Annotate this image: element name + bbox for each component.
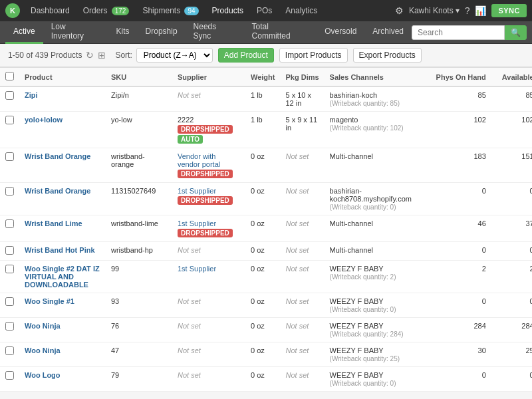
cell-supplier: Not set <box>172 367 245 392</box>
tab-dropship[interactable]: Dropship <box>138 21 186 44</box>
cell-phys: 0 <box>431 293 497 318</box>
not-set: Not set <box>178 297 201 305</box>
cell-pkgdims: Not set <box>280 293 324 318</box>
cell-phys: 0 <box>431 367 497 392</box>
not-set: Not set <box>178 91 201 99</box>
nav-shipments[interactable]: Shipments 94 <box>137 3 203 18</box>
analytics-icon[interactable]: 📊 <box>475 5 486 16</box>
cell-channels: WEEZY F BABY(Writeback quantity: 284) <box>325 318 431 342</box>
cell-available: 0 <box>497 242 532 261</box>
cell-product: Zipi <box>19 86 106 112</box>
row-checkbox[interactable] <box>5 246 14 255</box>
cell-available: 85 <box>497 86 532 112</box>
cell-sku: Zipi/n <box>106 86 172 112</box>
cell-pkgdims: Not set <box>280 318 324 342</box>
product-name-link[interactable]: Woo Logo <box>25 371 61 379</box>
row-checkbox[interactable] <box>5 187 14 196</box>
nav-products[interactable]: Products <box>207 3 249 18</box>
sort-label: Sort: <box>115 51 132 60</box>
header-sku: SKU <box>106 68 172 87</box>
cell-supplier: Not set <box>172 342 245 367</box>
cell-product: Woo Ninja <box>19 342 106 367</box>
not-set: Not set <box>285 219 309 227</box>
row-checkbox[interactable] <box>5 91 14 100</box>
writeback-text: (Writeback quantity: 102) <box>330 124 426 132</box>
cell-sku: wristband-hp <box>106 242 172 261</box>
cell-sku: 93 <box>106 293 172 318</box>
nav-dashboard[interactable]: Dashboard <box>25 3 75 18</box>
tab-active[interactable]: Active <box>5 21 43 44</box>
channel-name: magento <box>330 116 358 124</box>
nav-right: ⚙ Kawhi Knots ▾ ? 📊 SYNC <box>395 4 527 17</box>
select-all-header[interactable] <box>0 68 19 87</box>
nav-analytics[interactable]: Analytics <box>280 3 323 18</box>
product-name-link[interactable]: Wrist Band Orange <box>25 152 90 160</box>
cell-weight: 1 lb <box>245 112 280 148</box>
add-product-button[interactable]: Add Product <box>218 48 274 63</box>
row-checkbox[interactable] <box>5 152 14 161</box>
columns-icon[interactable]: ⊞ <box>98 50 106 61</box>
row-checkbox[interactable] <box>5 346 14 355</box>
not-set: Not set <box>285 246 309 254</box>
sync-button[interactable]: SYNC <box>491 4 527 17</box>
product-badge: AUTO <box>178 135 203 144</box>
cell-product: Wrist Band Orange <box>19 148 106 183</box>
header-weight: Weight <box>245 68 280 87</box>
cell-weight: 1 lb <box>245 86 280 112</box>
export-products-button[interactable]: Export Products <box>353 48 422 63</box>
row-checkbox[interactable] <box>5 371 14 380</box>
import-products-button[interactable]: Import Products <box>279 48 348 63</box>
nav-orders[interactable]: Orders 172 <box>78 3 135 18</box>
not-set: Not set <box>285 265 309 273</box>
row-checkbox[interactable] <box>5 297 14 306</box>
row-checkbox[interactable] <box>5 116 14 124</box>
cell-supplier: Not set <box>172 318 245 342</box>
product-name-link[interactable]: Wrist Band Lime <box>25 219 82 227</box>
row-checkbox[interactable] <box>5 322 14 331</box>
help-icon[interactable]: ? <box>465 5 470 16</box>
cell-channels: WEEZY F BABY(Writeback quantity: 0) <box>325 367 431 392</box>
table-row: Woo Ninja76Not set0 ozNot setWEEZY F BAB… <box>0 318 532 342</box>
product-name-link[interactable]: Wrist Band Orange <box>25 187 90 195</box>
cell-available: 0 <box>497 183 532 215</box>
product-name-link[interactable]: yolo+lolow <box>25 116 63 124</box>
table-header: Product SKU Supplier Weight Pkg Dims Sal… <box>0 68 532 87</box>
writeback-text: (Writeback quantity: 0) <box>330 380 426 387</box>
not-set: Not set <box>285 371 309 379</box>
settings-icon[interactable]: ⚙ <box>395 5 404 16</box>
row-checkbox[interactable] <box>5 265 14 273</box>
table-row: Woo Ninja47Not set0 ozNot setWEEZY F BAB… <box>0 342 532 367</box>
product-name-link[interactable]: Woo Single #1 <box>25 297 74 305</box>
cell-supplier: 2222DROPSHIPPEDAUTO <box>172 112 245 148</box>
cell-product: Woo Single #2 DAT IZ VIRTUAL AND DOWNLOA… <box>19 261 106 293</box>
cell-sku: yo-low <box>106 112 172 148</box>
product-name-link[interactable]: Woo Ninja <box>25 346 61 354</box>
search-input[interactable] <box>412 25 505 40</box>
not-set: Not set <box>178 371 201 379</box>
writeback-text: (Writeback quantity: 85) <box>330 100 426 107</box>
channel-name: Multi-channel <box>330 219 373 227</box>
product-name-link[interactable]: Wrist Band Hot Pink <box>25 246 95 254</box>
user-menu[interactable]: Kawhi Knots ▾ <box>409 6 460 15</box>
tab-archived[interactable]: Archived <box>364 21 412 44</box>
product-badge: DROPSHIPPED <box>178 229 233 237</box>
product-name-link[interactable]: Woo Single #2 DAT IZ VIRTUAL AND DOWNLOA… <box>25 265 100 289</box>
nav-pos[interactable]: POs <box>251 3 277 18</box>
row-checkbox[interactable] <box>5 219 14 228</box>
tab-total-committed[interactable]: Total Committed <box>244 21 317 44</box>
tab-low-inventory[interactable]: Low Inventory <box>43 21 108 44</box>
cell-available: 2 <box>497 261 532 293</box>
select-all-checkbox[interactable] <box>5 72 14 80</box>
product-name-link[interactable]: Zipi <box>25 91 38 99</box>
sort-select[interactable]: Product (Z→A) <box>136 48 213 63</box>
channel-name: WEEZY F BABY <box>330 346 384 354</box>
cell-phys: 30 <box>431 342 497 367</box>
tab-needs-sync[interactable]: Needs Sync <box>186 21 244 44</box>
header-product: Product <box>19 68 106 87</box>
refresh-icon[interactable]: ↻ <box>86 50 94 61</box>
product-name-link[interactable]: Woo Ninja <box>25 322 61 330</box>
tab-kits[interactable]: Kits <box>108 21 138 44</box>
orders-badge: 172 <box>112 7 130 15</box>
search-button[interactable]: 🔍 <box>505 25 527 40</box>
tab-oversold[interactable]: Oversold <box>317 21 364 44</box>
